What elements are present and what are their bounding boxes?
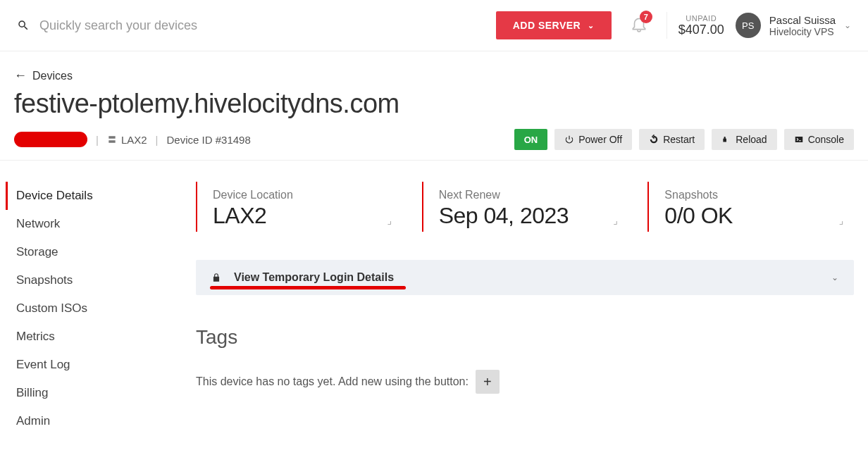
tags-empty-row: This device has no tags yet. Add new usi… — [196, 370, 854, 394]
user-org: Hivelocity VPS — [769, 26, 836, 37]
sidebar-item-storage[interactable]: Storage — [6, 238, 196, 266]
add-tag-button[interactable]: + — [476, 370, 500, 394]
info-cards: Device Location LAX2 ⌟ Next Renew Sep 04… — [196, 182, 854, 232]
main: Device DetailsNetworkStorageSnapshotsCus… — [0, 161, 868, 435]
login-details-panel[interactable]: View Temporary Login Details ⌄ — [196, 260, 854, 295]
sidebar-item-billing[interactable]: Billing — [6, 379, 196, 407]
expand-icon: ⌟ — [838, 215, 844, 226]
power-off-label: Power Off — [578, 134, 622, 145]
unpaid-block[interactable]: UNPAID $407.00 — [678, 14, 724, 37]
unpaid-amount: $407.00 — [678, 23, 724, 37]
divider — [666, 12, 667, 39]
back-arrow-icon: ← — [14, 68, 27, 83]
reload-label: Reload — [736, 134, 767, 145]
add-server-label: ADD SERVER — [513, 20, 581, 31]
content: Device Location LAX2 ⌟ Next Renew Sep 04… — [196, 182, 854, 435]
card-label: Next Renew — [439, 189, 616, 201]
separator: | — [96, 134, 99, 146]
sidebar-item-metrics[interactable]: Metrics — [6, 323, 196, 351]
sidebar-item-snapshots[interactable]: Snapshots — [6, 266, 196, 294]
highlight-underline — [210, 286, 406, 289]
notifications-button[interactable]: 7 — [623, 15, 655, 36]
sidebar-item-event-log[interactable]: Event Log — [6, 351, 196, 379]
svg-rect-0 — [795, 137, 802, 142]
chevron-down-icon: ⌄ — [831, 273, 838, 282]
card-renew[interactable]: Next Renew Sep 04, 2023 ⌟ — [422, 182, 628, 232]
page-top: ← Devices festive-ptolemy.hivelocitydns.… — [0, 51, 868, 161]
console-button[interactable]: Console — [784, 129, 854, 150]
tags-empty-text: This device has no tags yet. Add new usi… — [196, 375, 469, 388]
card-snapshots[interactable]: Snapshots 0/0 OK ⌟ — [647, 182, 854, 232]
card-value: Sep 04, 2023 — [439, 203, 616, 229]
console-icon — [794, 135, 804, 144]
meta-row: | LAX2 | Device ID #31498 ON Power Off R… — [14, 129, 854, 160]
power-icon — [564, 135, 574, 144]
sidebar-item-admin[interactable]: Admin — [6, 407, 196, 435]
tags-heading: Tags — [196, 326, 854, 349]
meta-left: | LAX2 | Device ID #31498 — [14, 132, 251, 147]
chevron-down-icon: ⌄ — [588, 21, 595, 30]
restart-icon — [649, 135, 659, 144]
add-server-button[interactable]: ADD SERVER ⌄ — [496, 11, 612, 39]
chevron-down-icon: ⌄ — [844, 20, 851, 30]
restart-label: Restart — [663, 134, 695, 145]
card-value: LAX2 — [213, 203, 390, 229]
status-on-button[interactable]: ON — [514, 129, 548, 150]
sidebar-item-network[interactable]: Network — [6, 210, 196, 238]
card-label: Device Location — [213, 189, 390, 201]
console-label: Console — [808, 134, 844, 145]
card-value: 0/0 OK — [664, 203, 841, 229]
card-label: Snapshots — [664, 189, 841, 201]
reload-button[interactable]: Reload — [712, 129, 776, 150]
action-buttons: ON Power Off Restart Reload Console — [514, 129, 854, 150]
search-input[interactable] — [39, 18, 321, 33]
avatar: PS — [736, 13, 761, 38]
restart-button[interactable]: Restart — [639, 129, 705, 150]
card-location[interactable]: Device Location LAX2 ⌟ — [196, 182, 402, 232]
lock-icon — [211, 273, 221, 282]
login-panel-label: View Temporary Login Details — [234, 271, 394, 284]
expand-icon: ⌟ — [386, 215, 392, 226]
power-off-button[interactable]: Power Off — [554, 129, 632, 150]
reload-icon — [721, 135, 731, 144]
notification-badge: 7 — [640, 11, 652, 23]
page-title: festive-ptolemy.hivelocitydns.com — [14, 89, 854, 119]
server-icon — [107, 135, 117, 144]
location-chip: LAX2 — [107, 134, 147, 146]
user-name: Pascal Suissa — [769, 14, 836, 26]
search-icon — [17, 19, 30, 32]
header: ADD SERVER ⌄ 7 UNPAID $407.00 PS Pascal … — [0, 0, 868, 51]
expand-icon: ⌟ — [612, 215, 618, 226]
device-id: Device ID #31498 — [167, 134, 251, 146]
unpaid-label: UNPAID — [678, 14, 724, 23]
sidebar: Device DetailsNetworkStorageSnapshotsCus… — [6, 182, 196, 435]
tags-section: Tags This device has no tags yet. Add ne… — [196, 326, 854, 394]
search-wrap — [17, 18, 485, 33]
sidebar-item-custom-isos[interactable]: Custom ISOs — [6, 294, 196, 323]
user-menu[interactable]: PS Pascal Suissa Hivelocity VPS ⌄ — [736, 13, 851, 38]
sidebar-item-device-details[interactable]: Device Details — [6, 182, 196, 210]
user-text: Pascal Suissa Hivelocity VPS — [769, 14, 836, 37]
login-panel-left: View Temporary Login Details — [211, 271, 394, 284]
breadcrumb-label: Devices — [32, 70, 73, 82]
location-code: LAX2 — [121, 134, 147, 146]
separator: | — [156, 134, 159, 146]
redacted-pill — [14, 132, 87, 147]
breadcrumb[interactable]: ← Devices — [14, 68, 854, 83]
